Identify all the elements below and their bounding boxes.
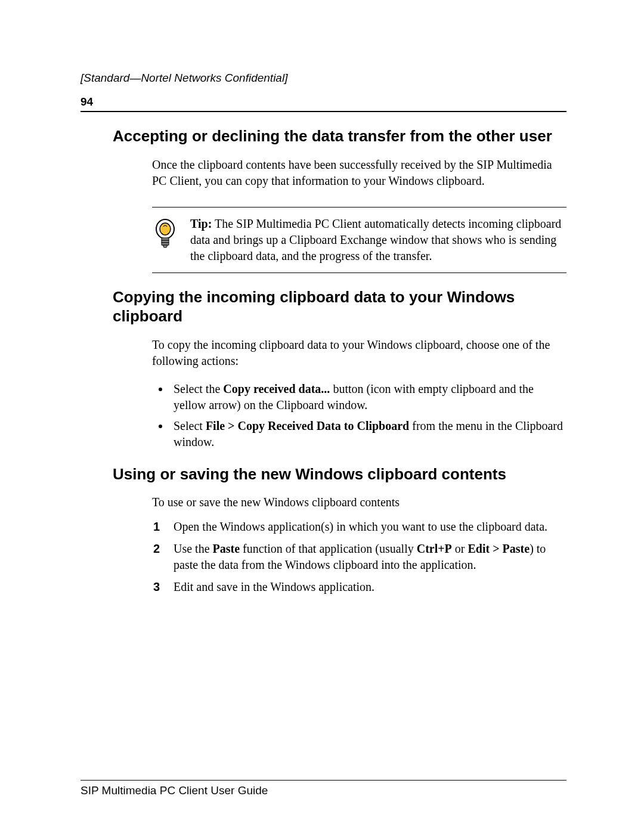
section-heading-copying: Copying the incoming clipboard data to y… xyxy=(113,287,566,326)
document-page: [Standard—Nortel Networks Confidential] … xyxy=(0,0,644,833)
list-item: Select File > Copy Received Data to Clip… xyxy=(170,418,566,450)
bold-text: Edit > Paste xyxy=(468,542,530,555)
svg-point-1 xyxy=(160,223,171,235)
bold-text: Paste xyxy=(213,542,240,555)
text: or xyxy=(452,542,468,555)
text: Use the xyxy=(174,542,213,555)
svg-rect-3 xyxy=(162,240,169,243)
tip-body: The SIP Multimedia PC Client automatical… xyxy=(190,217,561,262)
steps-list: Open the Windows application(s) in which… xyxy=(151,519,566,595)
section2-intro: To copy the incoming clipboard data to y… xyxy=(152,337,566,369)
text: Edit and save in the Windows application… xyxy=(174,580,374,593)
page-footer: SIP Multimedia PC Client User Guide xyxy=(80,780,566,797)
tip-block: Tip: The SIP Multimedia PC Client automa… xyxy=(152,207,566,273)
footer-text: SIP Multimedia PC Client User Guide xyxy=(80,784,566,797)
bold-text: Copy received data... xyxy=(223,382,330,395)
lightbulb-icon xyxy=(152,218,178,252)
svg-rect-2 xyxy=(162,238,169,240)
text: Select the xyxy=(174,382,223,395)
footer-rule xyxy=(80,780,566,781)
section1-paragraph: Once the clipboard contents have been su… xyxy=(152,157,566,189)
top-rule xyxy=(80,111,566,112)
list-item: Edit and save in the Windows application… xyxy=(169,579,566,595)
bold-text: File > Copy Received Data to Clipboard xyxy=(206,419,409,432)
text: Open the Windows application(s) in which… xyxy=(174,520,547,533)
tip-label: Tip: xyxy=(190,217,212,230)
list-item: Select the Copy received data... button … xyxy=(170,381,566,413)
bold-text: Ctrl+P xyxy=(417,542,452,555)
action-list: Select the Copy received data... button … xyxy=(152,381,566,450)
section3-intro: To use or save the new Windows clipboard… xyxy=(152,494,566,510)
text: function of that application (usually xyxy=(240,542,417,555)
classification-header: [Standard—Nortel Networks Confidential] xyxy=(80,72,566,85)
tip-text: Tip: The SIP Multimedia PC Client automa… xyxy=(190,216,566,264)
section-heading-using: Using or saving the new Windows clipboar… xyxy=(113,465,566,484)
section-heading-accepting: Accepting or declining the data transfer… xyxy=(113,126,566,146)
tip-bottom-rule xyxy=(152,272,566,273)
page-number: 94 xyxy=(80,95,566,109)
list-item: Open the Windows application(s) in which… xyxy=(169,519,566,535)
list-item: Use the Paste function of that applicati… xyxy=(169,541,566,573)
svg-rect-4 xyxy=(162,243,169,245)
text: Select xyxy=(174,419,206,432)
